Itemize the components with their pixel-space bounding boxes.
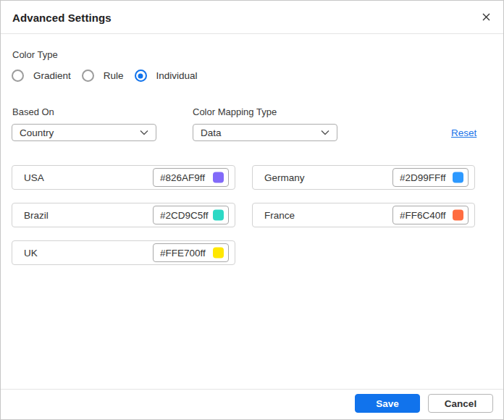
cancel-button[interactable]: Cancel [428, 394, 493, 413]
hex-value: #FFE700ff [160, 248, 206, 259]
hex-value: #826AF9ff [160, 172, 205, 183]
color-swatch[interactable] [453, 210, 463, 221]
hex-value: #2CD9C5ff [160, 210, 209, 221]
dialog-footer: Save Cancel [1, 389, 503, 419]
color-value-input[interactable]: #826AF9ff [153, 168, 229, 187]
color-swatch[interactable] [453, 172, 463, 183]
advanced-settings-dialog: Advanced Settings Color Type Gradient Ru… [0, 0, 504, 420]
color-value-input[interactable]: #2D99FFff [392, 168, 469, 187]
color-type-radio-option[interactable]: Rule [82, 70, 124, 82]
color-swatch[interactable] [213, 248, 224, 259]
dialog-title: Advanced Settings [12, 11, 112, 23]
color-swatch[interactable] [213, 172, 224, 183]
radio-icon[interactable] [82, 70, 94, 82]
hex-value: #FF6C40ff [400, 210, 446, 221]
radio-icon[interactable] [135, 70, 147, 82]
color-type-radio-group: Gradient Rule Individual [12, 70, 209, 82]
color-value-input[interactable]: #2CD9C5ff [153, 206, 229, 224]
color-value-input[interactable]: #FF6C40ff [392, 206, 469, 224]
color-mapping-type-value: Data [201, 127, 222, 138]
reset-link[interactable]: Reset [451, 127, 476, 138]
color-type-radio-option[interactable]: Individual [135, 70, 198, 82]
hex-value: #2D99FFff [400, 172, 446, 183]
country-label: France [264, 210, 295, 221]
color-mapping-row: Germany #2D99FFff [252, 165, 475, 190]
based-on-label: Based On [12, 106, 54, 117]
color-swatch[interactable] [213, 210, 224, 221]
close-icon[interactable] [477, 9, 495, 26]
dialog-header: Advanced Settings [1, 1, 503, 34]
chevron-down-icon [139, 127, 149, 138]
color-mapping-row: France #FF6C40ff [252, 203, 475, 227]
chevron-down-icon [320, 127, 330, 138]
based-on-value: Country [20, 127, 54, 138]
color-type-radio-option[interactable]: Gradient [12, 70, 71, 82]
color-mapping-row: Brazil #2CD9C5ff [12, 203, 235, 227]
radio-option-label: Individual [156, 70, 198, 81]
color-type-label: Color Type [12, 49, 58, 60]
color-mapping-type-select[interactable]: Data [193, 124, 337, 141]
color-mapping-row: UK #FFE700ff [12, 240, 235, 265]
country-label: UK [24, 248, 38, 259]
radio-option-label: Rule [104, 70, 124, 81]
save-button[interactable]: Save [355, 394, 420, 413]
country-label: USA [24, 172, 44, 183]
color-mapping-grid: USA #826AF9ff Germany #2D99FFff Brazil #… [12, 165, 493, 265]
color-mapping-row: USA #826AF9ff [12, 165, 235, 190]
color-value-input[interactable]: #FFE700ff [153, 243, 229, 262]
color-mapping-type-label: Color Mapping Type [193, 106, 277, 117]
radio-icon[interactable] [12, 70, 24, 82]
radio-option-label: Gradient [33, 70, 71, 81]
country-label: Germany [264, 172, 305, 183]
country-label: Brazil [24, 210, 49, 221]
based-on-select[interactable]: Country [12, 124, 156, 141]
